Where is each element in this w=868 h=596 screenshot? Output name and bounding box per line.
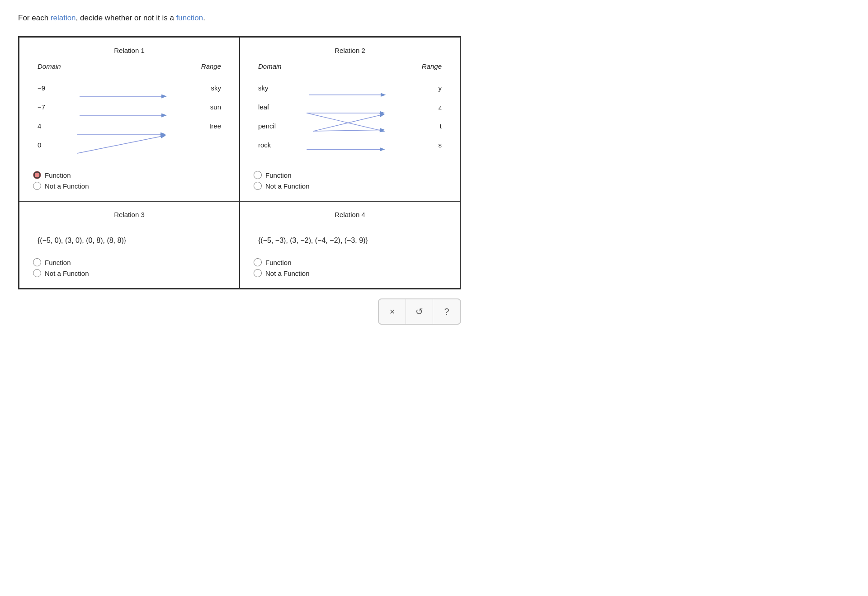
relation-3-cell: Relation 3 {(−5, 0), (3, 0), (0, 8), (8,… — [19, 201, 240, 289]
range-item: t — [440, 116, 442, 135]
domain-item: rock — [258, 135, 271, 154]
relation-1-domain-col: Domain −9 −7 4 0 — [38, 62, 74, 154]
relation-1-domain-header: Domain — [38, 62, 61, 70]
relation-4-notfunction-label: Not a Function — [265, 270, 310, 277]
relation-1-options: Function Not a Function — [33, 171, 226, 190]
relation-1-notfunction-radio[interactable] — [33, 182, 41, 190]
relation-2-function-option[interactable]: Function — [254, 171, 446, 179]
relation-4-function-radio[interactable] — [254, 258, 262, 266]
undo-button[interactable]: ↺ — [406, 299, 433, 324]
range-item: y — [439, 78, 442, 97]
relation-3-notfunction-label: Not a Function — [45, 270, 89, 277]
relation-4-title: Relation 4 — [254, 211, 446, 218]
relation-2-domain-header: Domain — [258, 62, 282, 70]
close-button[interactable]: × — [379, 299, 406, 324]
domain-item: 0 — [38, 135, 41, 154]
relation-1-function-radio[interactable] — [33, 171, 41, 179]
relation-3-function-option[interactable]: Function — [33, 258, 226, 266]
relation-1-cell: Relation 1 Domain −9 −7 4 0 — [19, 37, 240, 201]
relation-4-notfunction-radio[interactable] — [254, 269, 262, 277]
relation-2-range-col: Range y z t s — [415, 62, 442, 154]
relation-4-set: {(−5, −3), (3, −2), (−4, −2), (−3, 9)} — [254, 237, 446, 245]
relation-4-notfunction-option[interactable]: Not a Function — [254, 269, 446, 277]
relation-3-function-label: Function — [45, 259, 71, 266]
domain-item: −9 — [38, 78, 45, 97]
relation-4-options: Function Not a Function — [254, 258, 446, 277]
domain-item: leaf — [258, 97, 269, 116]
relation-3-notfunction-option[interactable]: Not a Function — [33, 269, 226, 277]
relation-2-mapping: Domain sky leaf pencil rock — [254, 62, 446, 162]
svg-line-7 — [313, 114, 384, 131]
relation-2-title: Relation 2 — [254, 47, 446, 54]
function-link[interactable]: function — [176, 14, 203, 22]
domain-item: sky — [258, 78, 269, 97]
range-item: sun — [210, 97, 221, 116]
relation-4-function-label: Function — [265, 259, 292, 266]
relation-1-range-header: Range — [201, 62, 221, 70]
relation-3-title: Relation 3 — [33, 211, 226, 218]
relation-2-notfunction-radio[interactable] — [254, 182, 262, 190]
intro-text: For each relation, decide whether or not… — [18, 14, 850, 23]
help-button[interactable]: ? — [433, 299, 460, 324]
range-item: z — [439, 97, 442, 116]
relation-2-notfunction-option[interactable]: Not a Function — [254, 182, 446, 190]
relation-1-title: Relation 1 — [33, 47, 226, 54]
bottom-toolbar: × ↺ ? — [18, 298, 461, 325]
relation-2-domain-col: Domain sky leaf pencil rock — [258, 62, 294, 154]
relation-2-range-header: Range — [422, 62, 442, 70]
range-item: tree — [209, 116, 221, 135]
relation-1-notfunction-label: Not a Function — [45, 182, 89, 190]
relation-2-notfunction-label: Not a Function — [265, 182, 310, 190]
relation-1-function-option[interactable]: Function — [33, 171, 226, 179]
domain-item: 4 — [38, 116, 41, 135]
svg-line-8 — [313, 130, 384, 131]
toolbar-box: × ↺ ? — [378, 298, 461, 325]
relation-1-range-col: Range sky sun tree — [194, 62, 221, 135]
relation-4-function-option[interactable]: Function — [254, 258, 446, 266]
relation-3-function-radio[interactable] — [33, 258, 41, 266]
svg-line-3 — [77, 136, 165, 153]
relation-1-notfunction-option[interactable]: Not a Function — [33, 182, 226, 190]
relation-2-function-radio[interactable] — [254, 171, 262, 179]
relation-3-notfunction-radio[interactable] — [33, 269, 41, 277]
relation-3-set: {(−5, 0), (3, 0), (0, 8), (8, 8)} — [33, 237, 226, 245]
relation-1-mapping: Domain −9 −7 4 0 — [33, 62, 226, 162]
svg-line-6 — [307, 113, 383, 131]
relation-2-cell: Relation 2 Domain sky leaf pencil rock — [240, 37, 460, 201]
relations-grid: Relation 1 Domain −9 −7 4 0 — [18, 36, 461, 289]
relation-link[interactable]: relation — [51, 14, 76, 22]
relation-3-options: Function Not a Function — [33, 258, 226, 277]
relation-4-cell: Relation 4 {(−5, −3), (3, −2), (−4, −2),… — [240, 201, 460, 289]
range-item: s — [439, 135, 442, 154]
domain-item: pencil — [258, 116, 276, 135]
relation-2-options: Function Not a Function — [254, 171, 446, 190]
domain-item: −7 — [38, 97, 45, 116]
relation-2-function-label: Function — [265, 171, 292, 179]
range-item: sky — [211, 78, 222, 97]
relation-1-function-label: Function — [45, 171, 71, 179]
